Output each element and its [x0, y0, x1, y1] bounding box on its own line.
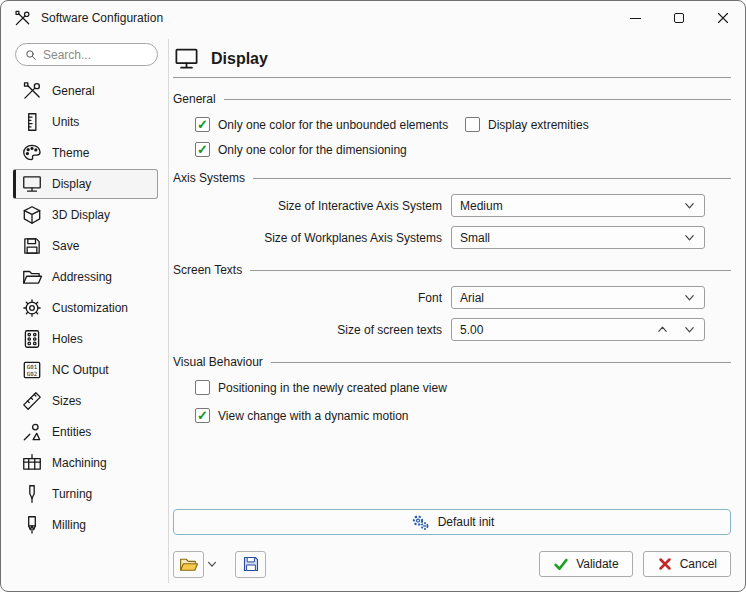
- checkbox-label: Only one color for the unbounded element…: [218, 118, 448, 132]
- sidebar-item-sizes[interactable]: Sizes: [13, 386, 158, 416]
- sidebar-item-nc-output[interactable]: G01G02NC Output: [13, 355, 158, 385]
- page-title: Display: [211, 50, 268, 68]
- sidebar-item-entities[interactable]: Entities: [13, 417, 158, 447]
- window-controls: [613, 1, 745, 35]
- sidebar-item-customization[interactable]: Customization: [13, 293, 158, 323]
- folder-open-icon: [21, 266, 43, 288]
- checkbox-unbounded-color[interactable]: [195, 117, 210, 132]
- sidebar-item-label: Entities: [52, 425, 91, 439]
- form-row: Size of screen texts 5.00: [173, 318, 731, 341]
- sidebar-item-machining[interactable]: Machining: [13, 448, 158, 478]
- checkbox-row: Only one color for the unbounded element…: [195, 117, 731, 132]
- checkbox-positioning-plane-view[interactable]: [195, 380, 210, 395]
- field-label: Size of Interactive Axis System: [173, 199, 451, 213]
- form-row: Size of Interactive Axis System Medium: [173, 194, 731, 217]
- titlebar: Software Configuration: [1, 1, 745, 35]
- checkbox-label: Display extremities: [488, 118, 589, 132]
- form-row: Size of Workplanes Axis Systems Small: [173, 226, 731, 249]
- floppy-icon: [21, 235, 43, 257]
- default-init-label: Default init: [438, 515, 495, 529]
- search-icon: [25, 48, 37, 62]
- sidebar-item-units[interactable]: Units: [13, 107, 158, 137]
- section-divider: [271, 362, 731, 363]
- sidebar-item-general[interactable]: General: [13, 76, 158, 106]
- section-general-title: General: [173, 92, 216, 106]
- sidebar-item-label: Machining: [52, 456, 107, 470]
- select-value: Arial: [460, 291, 683, 305]
- open-file-button[interactable]: [173, 551, 204, 578]
- minimize-icon: [630, 18, 641, 19]
- sidebar-item-label: Theme: [52, 146, 89, 160]
- search-box[interactable]: [15, 43, 158, 66]
- section-screen-texts: Screen Texts: [173, 263, 731, 277]
- machining-icon: [21, 452, 43, 474]
- checkbox-dynamic-motion[interactable]: [195, 408, 210, 423]
- palette-icon: [21, 142, 43, 164]
- sidebar-item-holes[interactable]: Holes: [13, 324, 158, 354]
- sidebar-list: GeneralUnitsThemeDisplay3D DisplaySaveAd…: [13, 76, 160, 540]
- cube-3d-icon: [21, 204, 43, 226]
- field-label: Size of screen texts: [173, 323, 451, 337]
- sidebar-item-milling[interactable]: Milling: [13, 510, 158, 540]
- sidebar-item-theme[interactable]: Theme: [13, 138, 158, 168]
- sidebar-item-display[interactable]: Display: [13, 169, 158, 199]
- sidebar-item-save[interactable]: Save: [13, 231, 158, 261]
- screen-text-size-spinner[interactable]: 5.00: [451, 318, 705, 341]
- sidebar-item-label: Display: [52, 177, 91, 191]
- select-value: Medium: [460, 199, 683, 213]
- sidebar-item-3d-display[interactable]: 3D Display: [13, 200, 158, 230]
- field-label: Font: [173, 291, 451, 305]
- open-folder-icon: [178, 554, 199, 575]
- sidebar-item-label: General: [52, 84, 95, 98]
- workplanes-axis-size-select[interactable]: Small: [451, 226, 705, 249]
- checkbox-dimensioning-color[interactable]: [195, 142, 210, 157]
- crossed-tools-icon: [21, 80, 43, 102]
- field-label: Size of Workplanes Axis Systems: [173, 231, 451, 245]
- maximize-button[interactable]: [657, 1, 701, 35]
- page-header: Display: [173, 45, 731, 78]
- chevron-up-icon[interactable]: [656, 323, 669, 336]
- chevron-down-icon[interactable]: [683, 323, 696, 336]
- cancel-button[interactable]: Cancel: [643, 551, 731, 577]
- chevron-down-icon: [683, 199, 696, 212]
- sidebar-item-addressing[interactable]: Addressing: [13, 262, 158, 292]
- search-input[interactable]: [43, 48, 148, 62]
- section-divider: [224, 99, 731, 100]
- validate-button[interactable]: Validate: [539, 551, 632, 577]
- ruler-diagonal-icon: [21, 390, 43, 412]
- turning-tool-icon: [21, 483, 43, 505]
- monitor-icon: [173, 45, 200, 72]
- spinner-arrows: [656, 323, 696, 336]
- checkbox-display-extremities[interactable]: [465, 117, 480, 132]
- checkbox-group-extremities: Display extremities: [465, 117, 589, 132]
- interactive-axis-size-select[interactable]: Medium: [451, 194, 705, 217]
- save-disk-icon: [241, 554, 261, 574]
- svg-text:G01: G01: [27, 364, 38, 370]
- save-button[interactable]: [235, 551, 266, 578]
- chevron-down-icon: [683, 231, 696, 244]
- sidebar-item-label: NC Output: [52, 363, 109, 377]
- default-init-button[interactable]: Default init: [173, 509, 731, 535]
- spinner-value: 5.00: [460, 323, 656, 337]
- checkbox-row: Positioning in the newly created plane v…: [195, 380, 731, 395]
- main-panel: Display General Only one color for the u…: [173, 45, 731, 433]
- open-file-dropdown-button[interactable]: [204, 551, 219, 578]
- sidebar-item-label: Holes: [52, 332, 83, 346]
- close-button[interactable]: [701, 1, 745, 35]
- checkbox-group-unbounded: Only one color for the unbounded element…: [195, 117, 465, 132]
- font-select[interactable]: Arial: [451, 286, 705, 309]
- checkbox-label: Positioning in the newly created plane v…: [218, 381, 447, 395]
- ruler-vertical-icon: [21, 111, 43, 133]
- checkbox-row: Only one color for the dimensioning: [195, 142, 731, 157]
- checkbox-label: View change with a dynamic motion: [218, 409, 409, 423]
- sidebar-item-label: Save: [52, 239, 79, 253]
- sidebar-item-label: Customization: [52, 301, 128, 315]
- section-visual-behaviour: Visual Behaviour: [173, 355, 731, 369]
- monitor-icon: [21, 173, 43, 195]
- section-visual-title: Visual Behaviour: [173, 355, 263, 369]
- form-row: Font Arial: [173, 286, 731, 309]
- checkbox-group-dimensioning: Only one color for the dimensioning: [195, 142, 407, 157]
- sidebar-item-turning[interactable]: Turning: [13, 479, 158, 509]
- minimize-button[interactable]: [613, 1, 657, 35]
- sidebar-item-label: Units: [52, 115, 79, 129]
